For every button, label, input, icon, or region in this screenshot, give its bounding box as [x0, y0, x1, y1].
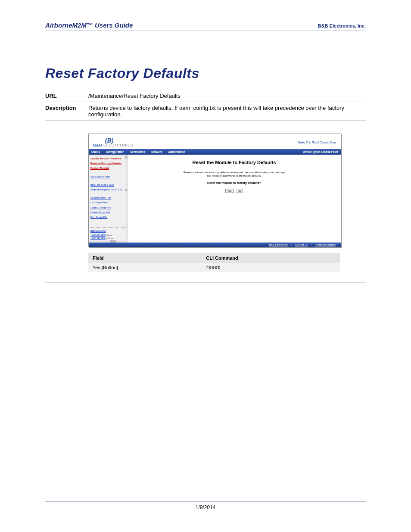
- ss-logo-mark: (B): [93, 137, 134, 143]
- ss-main: Reset the Module to Factory Defaults Res…: [128, 155, 341, 243]
- ss-toll-num[interactable]: 1.800.346.3939: [90, 237, 106, 240]
- ss-desc-line2: and resets all passwords to the factory …: [207, 174, 262, 177]
- ss-device-type: Device Type: Access Point: [303, 150, 338, 153]
- ss-footer-link-company[interactable]: B&B Electronics: [269, 243, 288, 246]
- info-desc-value: Returns device to factory defaults. If o…: [88, 102, 366, 121]
- ss-side-stop-blink[interactable]: Stop Blinking the POST LED: [90, 188, 125, 191]
- ss-phone-lbl: phone: [106, 234, 112, 236]
- cli-table: Field CLI Command Yes [Button] reset: [88, 253, 340, 272]
- header-company: B&B Electronics, Inc.: [318, 23, 366, 28]
- ss-logo-text: B&B ELECTRONICS: [93, 143, 134, 147]
- ss-side-delete-script[interactable]: Delete Script File: [90, 211, 125, 214]
- ss-side-display-script[interactable]: Display Script File: [90, 206, 125, 209]
- ss-side-blink-led[interactable]: Blink the POST LED: [90, 184, 125, 187]
- embedded-screenshot: (B) B&B ELECTRONICS Make The Right Conne…: [88, 134, 341, 247]
- ss-topbar: (B) B&B ELECTRONICS Make The Right Conne…: [89, 134, 341, 149]
- page-footer: 1/9/2014: [45, 501, 366, 510]
- ss-footer: B&B Electronics | Contact Us | Technical…: [89, 243, 341, 247]
- info-table: URL /Maintenance/Reset Factory Defaults …: [45, 90, 366, 121]
- ss-nav-config[interactable]: Configuration: [106, 150, 125, 153]
- ss-sidebar: Update Module Firmware Reset to Factory …: [89, 155, 128, 243]
- ss-phone-num[interactable]: 1.800.823.3900: [90, 234, 106, 236]
- ss-no-button[interactable]: No: [236, 189, 243, 193]
- ss-main-heading: Reset the Module to Factory Defaults: [136, 160, 332, 165]
- info-url-value: /Maintenance/Reset Factory Defaults: [88, 90, 366, 102]
- ss-tagline: Make The Right Connections: [298, 141, 336, 144]
- cli-row-field: Yes [Button]: [88, 263, 202, 272]
- ss-sidebar-scrollbar[interactable]: [125, 155, 127, 243]
- ss-desc-line1: Resetting the module to factory defaults…: [184, 171, 285, 174]
- ss-main-question: Reset the module to factory defaults?: [136, 181, 332, 184]
- ss-nav-network[interactable]: Network: [151, 150, 162, 153]
- ss-side-update-fw[interactable]: Update Module Firmware: [90, 157, 125, 160]
- ss-logo-bold: B&B: [93, 143, 102, 147]
- cli-col-command: CLI Command: [202, 253, 340, 263]
- ss-company-block: B&B Electronics 1.800.823.3900 phone 1.8…: [90, 227, 125, 240]
- ss-body: Update Module Firmware Reset to Factory …: [89, 155, 341, 243]
- ss-company-name[interactable]: B&B Electronics: [90, 230, 125, 232]
- ss-side-list-scripts[interactable]: List Script Files: [90, 201, 125, 204]
- ss-footer-link-contact[interactable]: Contact Us: [295, 243, 308, 246]
- ss-side-reset-defaults[interactable]: Reset to Factory Defaults: [90, 162, 125, 165]
- cli-row-cmd: reset: [202, 263, 340, 272]
- ss-side-restart[interactable]: Restart Module: [90, 167, 125, 170]
- ss-nav-maint[interactable]: Maintenance: [168, 150, 185, 153]
- ss-logo: (B) B&B ELECTRONICS: [93, 137, 134, 147]
- ss-side-set-time[interactable]: Set System Time: [90, 175, 125, 178]
- info-desc-label: Description: [45, 102, 88, 121]
- ss-navbar: Status Configuration Certificates Networ…: [89, 149, 341, 155]
- content-divider: [45, 283, 366, 283]
- page-title: Reset Factory Defaults: [45, 65, 366, 81]
- header-title: AirborneM2M™ Users Guide: [45, 22, 133, 29]
- page-header: AirborneM2M™ Users Guide B&B Electronics…: [45, 22, 366, 31]
- ss-footer-sep2: |: [311, 243, 312, 246]
- ss-button-row: Yes No: [136, 189, 332, 193]
- ss-yes-button[interactable]: Yes: [225, 189, 234, 193]
- ss-nav-cert[interactable]: Certificates: [130, 150, 145, 153]
- ss-sidebar-hscroll[interactable]: [89, 240, 125, 243]
- ss-nav-left: Status Configuration Certificates Networ…: [91, 150, 190, 153]
- ss-main-desc: Resetting the module to factory defaults…: [136, 171, 332, 178]
- info-url-label: URL: [45, 90, 88, 102]
- ss-footer-link-support[interactable]: Technical Support: [315, 243, 336, 246]
- footer-date: 1/9/2014: [196, 504, 216, 510]
- ss-nav-status[interactable]: Status: [91, 150, 100, 153]
- ss-footer-sep1: |: [291, 243, 292, 246]
- ss-toll-lbl: toll free: [106, 237, 113, 240]
- cli-col-field: Field: [88, 253, 202, 263]
- ss-logo-gray: ELECTRONICS: [102, 143, 134, 147]
- ss-side-upload-script[interactable]: Upload Script File: [90, 196, 125, 199]
- ss-side-run-script[interactable]: Run Script File: [90, 216, 125, 219]
